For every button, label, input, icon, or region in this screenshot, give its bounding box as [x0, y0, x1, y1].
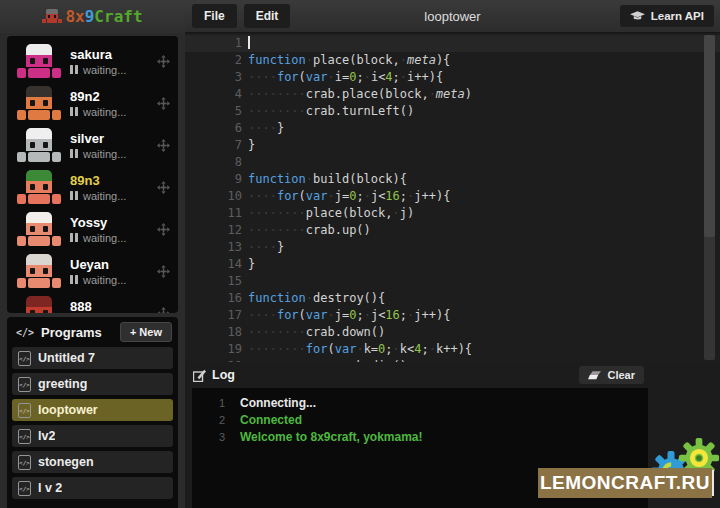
- player-row[interactable]: silver waiting...: [7, 124, 178, 166]
- code-text: function·destroy(){: [248, 290, 385, 307]
- code-text: ····for(var·j=0;·j<16;·j++){: [248, 188, 450, 205]
- code-text: ········crab.down(): [248, 324, 385, 341]
- move-icon[interactable]: [157, 223, 170, 236]
- line-number: 17: [185, 307, 242, 324]
- move-icon[interactable]: [157, 139, 170, 152]
- code-line[interactable]: 18········crab.down(): [185, 324, 720, 341]
- file-menu-button[interactable]: File: [192, 4, 237, 28]
- player-row[interactable]: 888 waiting...: [7, 292, 178, 313]
- logo-text: 8x9Craft: [65, 7, 142, 26]
- compose-icon: [193, 369, 206, 382]
- code-text: ········crab.place(block,·meta): [248, 86, 472, 103]
- pause-icon: [70, 65, 78, 74]
- app-window: 8x9Craft sakura waiting... 89n2: [0, 0, 720, 508]
- program-label: stonegen: [38, 455, 94, 469]
- learn-api-button[interactable]: Learn API: [620, 5, 714, 27]
- code-text: ········place(block,·j): [248, 205, 414, 222]
- code-line[interactable]: 19········for(var·k=0;·k<4;·k++){: [185, 341, 720, 358]
- player-status-text: waiting...: [83, 190, 126, 202]
- player-row[interactable]: Ueyan waiting...: [7, 250, 178, 292]
- move-icon[interactable]: [157, 181, 170, 194]
- code-line[interactable]: 17····for(var·j=0;·j<16;·j++){: [185, 307, 720, 324]
- code-line[interactable]: 12········crab.up(): [185, 222, 720, 239]
- program-item[interactable]: </> looptower: [12, 399, 173, 421]
- program-item[interactable]: </> stonegen: [12, 451, 173, 473]
- log-message: Connecting...: [240, 395, 316, 412]
- code-line[interactable]: 8: [185, 154, 720, 171]
- code-line[interactable]: 10····for(var·j=0;·j<16;·j++){: [185, 188, 720, 205]
- code-line[interactable]: 7}: [185, 137, 720, 154]
- log-line: 1Connecting...: [192, 395, 648, 412]
- player-row[interactable]: Yossy waiting...: [7, 208, 178, 250]
- code-text: ········crab.up(): [248, 222, 371, 239]
- code-line[interactable]: 2function·place(block,·meta){: [185, 52, 720, 69]
- new-program-button[interactable]: + New: [120, 322, 172, 342]
- player-row[interactable]: 89n3 waiting...: [7, 166, 178, 208]
- code-line[interactable]: 15: [185, 273, 720, 290]
- clear-log-button[interactable]: Clear: [579, 366, 644, 384]
- line-number: 9: [185, 171, 242, 188]
- program-label: greeting: [38, 377, 87, 391]
- pause-icon: [70, 233, 78, 242]
- move-icon[interactable]: [157, 55, 170, 68]
- program-item[interactable]: </> greeting: [12, 373, 173, 395]
- program-item[interactable]: </> lv2: [12, 425, 173, 447]
- programs-panel: </> Programs + New </> Untitled 7 </> gr…: [7, 317, 178, 508]
- player-name: Yossy: [70, 215, 126, 230]
- player-name: 888: [70, 299, 126, 314]
- line-number: 20: [185, 358, 242, 362]
- program-label: l v 2: [38, 481, 62, 495]
- code-text: function·build(block){: [248, 171, 407, 188]
- code-line[interactable]: 6····}: [185, 120, 720, 137]
- program-item[interactable]: </> l v 2: [12, 477, 173, 499]
- log-title: Log: [212, 368, 235, 382]
- player-name: 89n3: [70, 173, 126, 188]
- move-icon[interactable]: [157, 307, 170, 314]
- line-number: 5: [185, 103, 242, 120]
- player-row[interactable]: sakura waiting...: [7, 40, 178, 82]
- editor-scrollbar[interactable]: [704, 35, 715, 360]
- log-line-number: 3: [192, 429, 225, 446]
- code-line[interactable]: 5········crab.turnLeft(): [185, 103, 720, 120]
- code-line[interactable]: 11········place(block,·j): [185, 205, 720, 222]
- move-icon[interactable]: [157, 265, 170, 278]
- crab-avatar-icon: [17, 170, 61, 204]
- code-text: function·place(block,·meta){: [248, 52, 450, 69]
- code-editor[interactable]: 12function·place(block,·meta){3····for(v…: [185, 33, 720, 362]
- program-item[interactable]: </> Untitled 7: [12, 347, 173, 369]
- code-line[interactable]: 16function·destroy(){: [185, 290, 720, 307]
- player-name: 89n2: [70, 89, 126, 104]
- main-area: File Edit looptower Learn API 12function…: [185, 0, 720, 508]
- line-number: 7: [185, 137, 242, 154]
- code-line[interactable]: 13····}: [185, 239, 720, 256]
- code-line[interactable]: 20············crab.dig(): [185, 358, 720, 362]
- code-line[interactable]: 9function·build(block){: [185, 171, 720, 188]
- player-row[interactable]: 89n2 waiting...: [7, 82, 178, 124]
- line-number: 16: [185, 290, 242, 307]
- programs-list: </> Untitled 7 </> greeting </> looptowe…: [7, 347, 178, 499]
- line-number: 18: [185, 324, 242, 341]
- line-number: 13: [185, 239, 242, 256]
- line-number: 14: [185, 256, 242, 273]
- line-number: 4: [185, 86, 242, 103]
- text-cursor: [248, 36, 250, 49]
- programs-title: Programs: [41, 325, 102, 340]
- script-file-icon: </>: [18, 455, 31, 470]
- log-line-number: 2: [192, 412, 225, 429]
- code-line[interactable]: 4········crab.place(block,·meta): [185, 86, 720, 103]
- code-icon: </>: [16, 327, 34, 338]
- script-file-icon: </>: [18, 481, 31, 496]
- line-number: 2: [185, 52, 242, 69]
- code-text: ····for(var·i=0;·i<4;·i++){: [248, 69, 443, 86]
- code-line[interactable]: 3····for(var·i=0;·i<4;·i++){: [185, 69, 720, 86]
- code-line[interactable]: 14}: [185, 256, 720, 273]
- code-text: }: [248, 256, 255, 273]
- code-line[interactable]: 1: [185, 35, 720, 52]
- player-name: silver: [70, 131, 126, 146]
- line-number: 1: [185, 35, 242, 52]
- edit-menu-button[interactable]: Edit: [244, 4, 291, 28]
- crab-logo-icon: [42, 9, 62, 24]
- code-text: ····}: [248, 120, 284, 137]
- move-icon[interactable]: [157, 97, 170, 110]
- log-header: Log Clear: [185, 362, 720, 388]
